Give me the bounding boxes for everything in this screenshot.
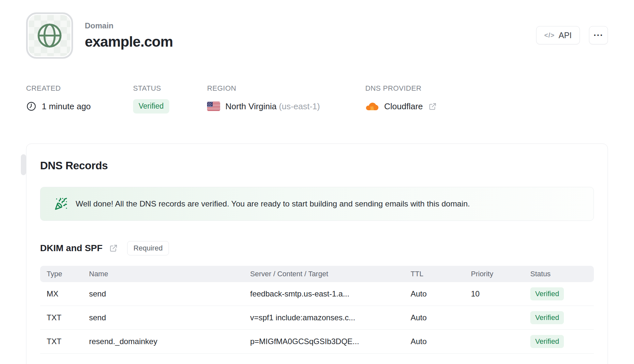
required-badge: Required: [127, 241, 169, 255]
api-button[interactable]: </> API: [536, 26, 580, 44]
region-value: North Virginia: [225, 101, 277, 111]
meta-region: REGION: [207, 84, 365, 114]
ellipsis-icon: ···: [594, 30, 603, 40]
region-code: (us-east-1): [279, 101, 320, 111]
record-ttl: Auto: [411, 289, 471, 298]
table-row[interactable]: TXT resend._domainkey p=MIGfMA0GCSqGSIb3…: [40, 330, 594, 354]
code-icon: </>: [544, 32, 555, 39]
region-label: REGION: [207, 84, 365, 93]
page-header: Domain example.com </> API ···: [26, 12, 608, 59]
record-type: TXT: [47, 313, 89, 322]
record-status-badge: Verified: [530, 335, 564, 348]
more-options-button[interactable]: ···: [589, 26, 608, 44]
us-flag-icon: [207, 102, 220, 111]
record-priority: 10: [471, 289, 530, 298]
party-popper-icon: [54, 197, 68, 210]
domain-meta-row: CREATED 1 minute ago STATUS Verified REG…: [26, 84, 608, 114]
globe-icon: [35, 21, 64, 50]
clock-icon: [26, 101, 37, 112]
created-value: 1 minute ago: [42, 101, 91, 112]
col-type: Type: [47, 270, 89, 278]
table-row[interactable]: TXT send v=spf1 include:amazonses.c... A…: [40, 306, 594, 330]
success-banner-text: Well done! All the DNS records are verif…: [76, 199, 470, 208]
external-link-icon[interactable]: [109, 244, 118, 253]
meta-status: STATUS Verified: [133, 84, 207, 114]
status-label: STATUS: [133, 84, 207, 93]
dns-provider-label: DNS PROVIDER: [365, 84, 437, 93]
scroll-thumb[interactable]: [21, 154, 26, 175]
table-header-row: Type Name Server / Content / Target TTL …: [40, 266, 594, 282]
record-type: MX: [47, 289, 89, 298]
cloudflare-icon: [365, 102, 379, 111]
col-priority: Priority: [471, 270, 530, 278]
record-content: p=MIGfMA0GCSqGSIb3DQE...: [250, 337, 411, 346]
domain-eyebrow-label: Domain: [85, 21, 173, 30]
meta-created: CREATED 1 minute ago: [26, 84, 133, 114]
col-status: Status: [530, 270, 594, 278]
api-button-label: API: [559, 31, 572, 40]
col-name: Name: [89, 270, 250, 278]
dns-records-table: Type Name Server / Content / Target TTL …: [40, 266, 594, 354]
success-banner: Well done! All the DNS records are verif…: [40, 187, 594, 221]
page-title: example.com: [85, 34, 173, 50]
dns-provider-value: Cloudflare: [384, 101, 423, 112]
col-ttl: TTL: [411, 270, 471, 278]
col-content: Server / Content / Target: [250, 270, 411, 278]
record-ttl: Auto: [411, 313, 471, 322]
status-badge: Verified: [133, 99, 169, 113]
domain-page: Domain example.com </> API ··· CREATED 1…: [0, 0, 634, 364]
record-ttl: Auto: [411, 337, 471, 346]
record-content: feedback-smtp.us-east-1.a...: [250, 289, 411, 298]
dns-records-title: DNS Records: [40, 159, 594, 172]
dkim-spf-section-header: DKIM and SPF Required: [40, 241, 594, 255]
meta-dns-provider: DNS PROVIDER Cloudflare: [365, 84, 437, 114]
domain-avatar: [26, 12, 73, 59]
record-name: send: [89, 313, 250, 322]
created-label: CREATED: [26, 84, 133, 93]
record-content: v=spf1 include:amazonses.c...: [250, 313, 411, 322]
dns-provider-link[interactable]: Cloudflare: [365, 99, 437, 114]
table-row[interactable]: MX send feedback-smtp.us-east-1.a... Aut…: [40, 282, 594, 306]
external-link-icon: [428, 102, 437, 111]
record-name: send: [89, 289, 250, 298]
record-status-badge: Verified: [530, 311, 564, 324]
record-status-badge: Verified: [530, 287, 564, 300]
record-name: resend._domainkey: [89, 337, 250, 346]
dkim-spf-title: DKIM and SPF: [40, 243, 102, 253]
record-type: TXT: [47, 337, 89, 346]
dns-records-card: DNS Records Well done! All the DNS recor…: [26, 144, 608, 364]
